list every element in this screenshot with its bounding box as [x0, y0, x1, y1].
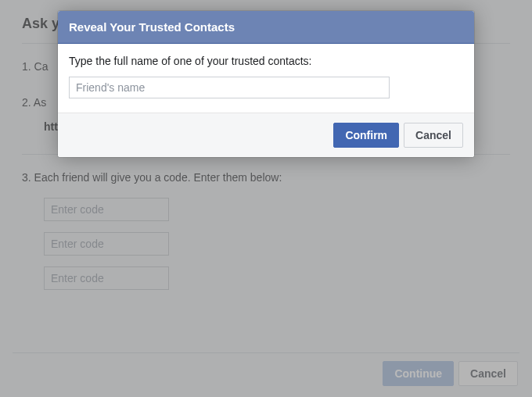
friend-name-input[interactable] — [69, 77, 390, 98]
modal-body: Type the full name of one of your truste… — [58, 44, 474, 113]
reveal-contacts-modal: Reveal Your Trusted Contacts Type the fu… — [58, 11, 474, 157]
confirm-button[interactable]: Confirm — [333, 123, 399, 148]
modal-prompt: Type the full name of one of your truste… — [69, 55, 463, 67]
modal-cancel-button[interactable]: Cancel — [404, 123, 463, 148]
modal-overlay: Reveal Your Trusted Contacts Type the fu… — [0, 0, 532, 397]
modal-footer: Confirm Cancel — [58, 113, 474, 157]
modal-title: Reveal Your Trusted Contacts — [58, 11, 474, 44]
